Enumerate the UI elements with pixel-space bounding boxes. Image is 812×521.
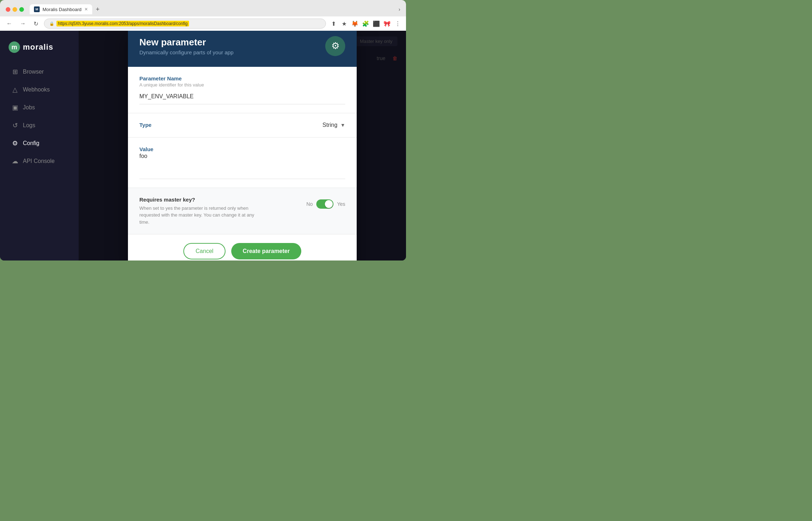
traffic-lights	[6, 7, 24, 12]
moralis-logo: m moralis	[0, 38, 79, 64]
modal-body: Parameter Name A unique identifier for t…	[128, 67, 357, 235]
master-key-info: Requires master key? When set to yes the…	[139, 197, 261, 226]
value-section: Value	[128, 138, 357, 188]
modal-footer: Cancel Create parameter	[128, 234, 357, 260]
config-icon: ⚙	[11, 139, 19, 147]
sidebar-label-webhooks: Webhooks	[23, 86, 50, 93]
parameter-name-sublabel: A unique identifier for this value	[139, 82, 345, 88]
sidebar-item-webhooks[interactable]: △ Webhooks	[3, 81, 76, 98]
master-key-toggle[interactable]	[316, 199, 333, 209]
app-content: m moralis ⊞ Browser △ Webhooks ▣ Jobs ↺ …	[0, 31, 406, 260]
type-select[interactable]: String ▼	[322, 122, 345, 128]
back-button[interactable]: ←	[4, 20, 14, 28]
toggle-row: No Yes	[306, 199, 345, 209]
browser-icon: ⊞	[11, 68, 19, 76]
url-text: https://q5Xh.3yuse.moralis.com:2053/apps…	[56, 21, 189, 26]
url-bar[interactable]: 🔒 https://q5Xh.3yuse.moralis.com:2053/ap…	[44, 19, 326, 29]
title-bar: M Moralis Dashboard ✕ + ›	[0, 0, 406, 16]
sidebar-item-api-console[interactable]: ☁ API Console	[3, 153, 76, 169]
chevron-down-icon: ▼	[340, 122, 345, 128]
cancel-button[interactable]: Cancel	[183, 243, 226, 259]
type-label: Type	[139, 122, 152, 128]
create-parameter-button[interactable]: Create parameter	[231, 243, 301, 259]
active-tab[interactable]: M Moralis Dashboard ✕	[30, 4, 92, 14]
sidebar-label-config: Config	[23, 140, 39, 147]
modal-title: New parameter	[139, 37, 233, 48]
toggle-yes-label: Yes	[337, 201, 345, 207]
maximize-button[interactable]	[19, 7, 24, 12]
sidebar-label-browser: Browser	[23, 69, 44, 75]
api-console-icon: ☁	[11, 157, 19, 165]
sidebar-item-jobs[interactable]: ▣ Jobs	[3, 99, 76, 116]
bookmark-icon[interactable]: ★	[340, 20, 348, 28]
sidebar-nav: ⊞ Browser △ Webhooks ▣ Jobs ↺ Logs ⚙ Con…	[0, 64, 79, 169]
browser-chrome: M Moralis Dashboard ✕ + › ← → ↻ 🔒 https:…	[0, 0, 406, 31]
master-key-question-label: Requires master key?	[139, 197, 261, 203]
browser-menu-icon[interactable]: ⋮	[394, 20, 402, 28]
sidebar-item-config[interactable]: ⚙ Config	[3, 135, 76, 152]
main-content: Master key only true 🗑 New parameter Dyn…	[79, 31, 406, 260]
master-key-section: Requires master key? When set to yes the…	[128, 188, 357, 235]
sidebar-item-logs[interactable]: ↺ Logs	[3, 117, 76, 134]
logo-text: moralis	[23, 43, 53, 52]
tab-title: Moralis Dashboard	[43, 7, 81, 12]
modal-gear-icon: ⚙	[325, 36, 345, 56]
tab-bar: M Moralis Dashboard ✕ +	[30, 4, 396, 14]
extension-fox-icon[interactable]: 🦊	[351, 20, 359, 28]
extension-square-icon[interactable]: ⬛	[372, 20, 380, 28]
sidebar-label-jobs: Jobs	[23, 104, 35, 111]
value-label: Value	[139, 146, 345, 152]
toggle-thumb	[325, 200, 333, 208]
value-textarea[interactable]	[139, 153, 345, 174]
modal-header-text: New parameter Dynamically configure part…	[139, 37, 233, 55]
nav-icons: ⬆ ★ 🦊 🧩 ⬛ 🎀 ⋮	[330, 20, 402, 28]
modal: New parameter Dynamically configure part…	[128, 31, 357, 260]
modal-subtitle: Dynamically configure parts of your app	[139, 49, 233, 55]
nav-bar: ← → ↻ 🔒 https://q5Xh.3yuse.moralis.com:2…	[0, 16, 406, 31]
sidebar-item-browser[interactable]: ⊞ Browser	[3, 64, 76, 80]
tab-close-icon[interactable]: ✕	[84, 7, 88, 12]
type-value: String	[322, 122, 337, 128]
parameter-name-input[interactable]	[139, 92, 345, 101]
type-section: Type String ▼	[128, 113, 357, 138]
logo-icon: m	[9, 41, 20, 53]
modal-overlay: New parameter Dynamically configure part…	[79, 31, 406, 260]
extension-puzzle-icon[interactable]: 🧩	[362, 20, 370, 28]
tab-favicon: M	[34, 6, 40, 12]
new-tab-button[interactable]: +	[94, 5, 102, 14]
parameter-name-section: Parameter Name A unique identifier for t…	[128, 67, 357, 113]
master-key-desc: When set to yes the parameter is returne…	[139, 205, 261, 226]
logs-icon: ↺	[11, 121, 19, 129]
modal-header: New parameter Dynamically configure part…	[128, 31, 357, 67]
tab-chevron-icon[interactable]: ›	[398, 6, 400, 12]
extension-doll-icon[interactable]: 🎀	[383, 20, 391, 28]
minimize-button[interactable]	[13, 7, 17, 12]
jobs-icon: ▣	[11, 104, 19, 111]
sidebar-label-logs: Logs	[23, 122, 35, 129]
refresh-button[interactable]: ↻	[31, 20, 40, 28]
webhooks-icon: △	[11, 86, 19, 94]
parameter-name-label: Parameter Name	[139, 75, 345, 81]
forward-button[interactable]: →	[18, 20, 28, 28]
close-button[interactable]	[6, 7, 10, 12]
lock-icon: 🔒	[49, 21, 54, 26]
share-icon[interactable]: ⬆	[330, 20, 337, 28]
toggle-no-label: No	[306, 201, 313, 207]
sidebar: m moralis ⊞ Browser △ Webhooks ▣ Jobs ↺ …	[0, 31, 79, 260]
sidebar-label-api-console: API Console	[23, 158, 55, 164]
